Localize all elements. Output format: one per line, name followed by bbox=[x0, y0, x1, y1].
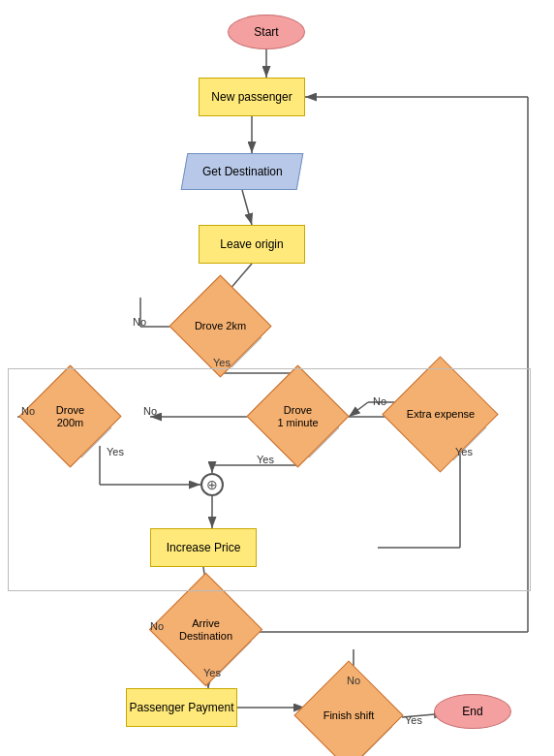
end-node: End bbox=[434, 694, 511, 729]
svg-line-3 bbox=[242, 190, 252, 225]
label-yes-extra: Yes bbox=[455, 446, 473, 457]
label-no-1min: No bbox=[143, 405, 157, 417]
passenger-payment-node: Passenger Payment bbox=[126, 688, 237, 727]
label-no-dest: No bbox=[150, 620, 164, 632]
label-yes-finish: Yes bbox=[405, 714, 422, 726]
label-yes-1min: Yes bbox=[257, 454, 274, 465]
flowchart: Start New passenger Get Destination Leav… bbox=[0, 0, 554, 756]
new-passenger-node: New passenger bbox=[199, 78, 305, 116]
label-yes-dest: Yes bbox=[203, 667, 221, 678]
finish-shift-node: Finish shift bbox=[295, 684, 402, 747]
increase-price-node: Increase Price bbox=[150, 528, 257, 567]
label-yes-2km: Yes bbox=[213, 357, 231, 368]
svg-line-24 bbox=[349, 402, 368, 417]
merge-node: ⊕ bbox=[200, 473, 224, 496]
get-destination-node: Get Destination bbox=[181, 153, 304, 190]
drove-2km-node: Drove 2km bbox=[169, 298, 271, 356]
start-node: Start bbox=[228, 15, 305, 49]
drove-1min-node: Drove1 minute bbox=[247, 388, 349, 446]
label-yes-200m: Yes bbox=[107, 446, 124, 457]
label-no-200m: No bbox=[21, 405, 35, 417]
drove-200m-node: Drove200m bbox=[19, 388, 121, 446]
extra-expense-node: Extra expense bbox=[383, 383, 499, 446]
label-no-2km: No bbox=[133, 316, 146, 328]
label-no-extra: No bbox=[373, 395, 386, 407]
leave-origin-node: Leave origin bbox=[199, 225, 305, 264]
arrive-destination-node: ArriveDestination bbox=[150, 596, 262, 664]
label-no-finish: No bbox=[347, 675, 360, 686]
